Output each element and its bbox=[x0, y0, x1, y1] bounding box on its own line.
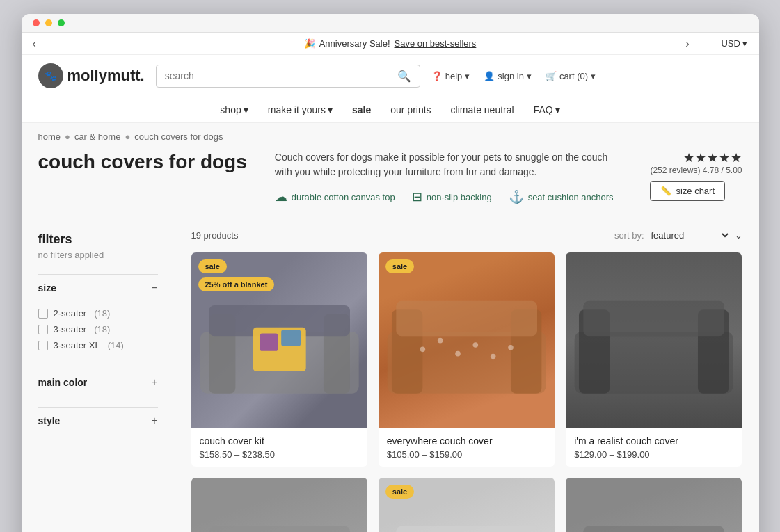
filter-size-toggle[interactable]: − bbox=[151, 282, 157, 294]
breadcrumb-car-home[interactable]: car & home bbox=[74, 131, 120, 142]
svg-point-13 bbox=[455, 351, 461, 357]
announcement-prev[interactable]: ‹ bbox=[33, 38, 36, 50]
category-description: Couch covers for dogs make it possible f… bbox=[275, 150, 623, 179]
announcement-emoji: 🎉 bbox=[304, 38, 315, 49]
product-image-5: sale bbox=[379, 478, 555, 532]
breadcrumb: home ● car & home ● couch covers for dog… bbox=[22, 123, 759, 150]
logo-icon: 🐾 bbox=[38, 63, 63, 88]
sort-control: sort by: featured price: low to high pri… bbox=[614, 229, 742, 241]
breadcrumb-current: couch covers for dogs bbox=[134, 131, 223, 142]
filter-color-toggle[interactable]: + bbox=[151, 376, 157, 389]
size-chart-button[interactable]: 📏 size chart bbox=[650, 181, 725, 201]
filter-style-toggle[interactable]: + bbox=[151, 414, 157, 427]
no-filters-text: no filters applied bbox=[38, 250, 158, 260]
product-image-realist bbox=[566, 252, 742, 428]
svg-rect-10 bbox=[396, 301, 537, 337]
product-info-everywhere: everywhere couch cover $105.00 – $159.00 bbox=[379, 428, 555, 467]
checkbox-3seater-xl[interactable] bbox=[38, 341, 48, 350]
search-bar[interactable]: 🔍 bbox=[156, 65, 420, 88]
browser-chrome bbox=[22, 14, 759, 33]
filter-option-3seater[interactable]: 3-seater (18) bbox=[38, 321, 158, 337]
sort-select[interactable]: featured price: low to high price: high … bbox=[648, 229, 731, 241]
search-input[interactable] bbox=[165, 70, 392, 81]
svg-point-11 bbox=[420, 347, 425, 353]
breadcrumb-home[interactable]: home bbox=[38, 131, 61, 142]
signin-button[interactable]: 👤 sign in ▾ bbox=[484, 71, 532, 81]
category-header: couch covers for dogs Couch covers for d… bbox=[22, 150, 759, 218]
announcement-link[interactable]: Save on best-sellers bbox=[395, 38, 477, 49]
sale-badge: sale bbox=[385, 485, 414, 499]
nav-sale[interactable]: sale bbox=[352, 104, 371, 115]
checkbox-3seater[interactable] bbox=[38, 325, 48, 334]
logo-text: mollymutt. bbox=[67, 67, 145, 85]
products-toolbar: 19 products sort by: featured price: low… bbox=[191, 229, 742, 241]
svg-point-12 bbox=[438, 338, 443, 344]
feature-anchors: ⚓ seat cushion anchors bbox=[509, 189, 614, 204]
svg-rect-5 bbox=[260, 334, 277, 351]
promo-badge: 25% off a blanket bbox=[198, 277, 275, 291]
product-name: everywhere couch cover bbox=[387, 435, 546, 446]
filters-title: filters bbox=[38, 232, 158, 247]
products-count: 19 products bbox=[191, 230, 239, 241]
product-card-4[interactable] bbox=[191, 478, 367, 532]
currency-selector[interactable]: USD ▾ bbox=[721, 38, 747, 49]
nav-climate-neutral[interactable]: climate neutral bbox=[451, 104, 514, 115]
filter-option-3seater-xl[interactable]: 3-seater XL (14) bbox=[38, 337, 158, 353]
help-dropdown-icon: ▾ bbox=[465, 71, 470, 81]
svg-rect-20 bbox=[583, 301, 724, 337]
filter-group-color-header[interactable]: main color + bbox=[38, 369, 158, 396]
product-image-svg bbox=[566, 252, 742, 428]
rating-text: (252 reviews) 4.78 / 5.00 bbox=[650, 166, 742, 175]
minimize-dot[interactable] bbox=[45, 19, 52, 26]
sort-label: sort by: bbox=[614, 230, 644, 241]
rating-section: ★★★★★ (252 reviews) 4.78 / 5.00 📏 size c… bbox=[650, 150, 742, 201]
product-image-6 bbox=[566, 478, 742, 532]
svg-point-14 bbox=[472, 342, 478, 348]
announcement-content: 🎉 Anniversary Sale! Save on best-sellers bbox=[304, 38, 477, 49]
product-info-realist: i'm a realist couch cover $129.00 – $199… bbox=[566, 428, 742, 467]
header: 🐾 mollymutt. 🔍 ❓ help ▾ 👤 sign in ▾ 🛒 ca… bbox=[22, 55, 759, 97]
cart-button[interactable]: 🛒 cart (0) ▾ bbox=[546, 71, 596, 81]
products-grid: sale 25% off a blanket bbox=[191, 252, 742, 532]
close-dot[interactable] bbox=[33, 19, 40, 26]
anchor-icon: ⚓ bbox=[509, 189, 524, 204]
product-card-couch-cover-kit[interactable]: sale 25% off a blanket bbox=[191, 252, 367, 467]
product-card-realist[interactable]: i'm a realist couch cover $129.00 – $199… bbox=[566, 252, 742, 467]
user-icon: 👤 bbox=[484, 71, 495, 81]
browser-window: ‹ 🎉 Anniversary Sale! Save on best-selle… bbox=[22, 14, 759, 532]
filter-group-style-header[interactable]: style + bbox=[38, 407, 158, 434]
chevron-down-icon: ▾ bbox=[244, 104, 248, 115]
search-icon[interactable]: 🔍 bbox=[397, 70, 411, 83]
sort-chevron-icon: ⌄ bbox=[735, 230, 742, 241]
nav-faq[interactable]: FAQ ▾ bbox=[534, 104, 560, 115]
filter-group-size: size − 2-seater (18) 3-seater (18) bbox=[38, 274, 158, 357]
checkbox-2seater[interactable] bbox=[38, 309, 48, 319]
nav-our-prints[interactable]: our prints bbox=[390, 104, 431, 115]
nav-shop[interactable]: shop ▾ bbox=[220, 104, 248, 115]
product-image-svg bbox=[566, 478, 742, 532]
maximize-dot[interactable] bbox=[58, 19, 65, 26]
svg-point-16 bbox=[508, 345, 514, 350]
main-content: home ● car & home ● couch covers for dog… bbox=[22, 123, 759, 532]
filter-group-size-header[interactable]: size − bbox=[38, 274, 158, 301]
announcement-next[interactable]: › bbox=[685, 38, 689, 50]
product-card-everywhere[interactable]: sale bbox=[379, 252, 555, 467]
product-card-5[interactable]: sale bbox=[379, 478, 555, 532]
nav-make-it-yours[interactable]: make it yours ▾ bbox=[268, 104, 333, 115]
category-title: couch covers for dogs bbox=[38, 150, 247, 174]
chevron-down-icon: ▾ bbox=[328, 104, 333, 115]
svg-point-15 bbox=[491, 354, 496, 360]
product-price: $129.00 – $199.00 bbox=[574, 449, 733, 460]
product-image-everywhere: sale bbox=[379, 252, 555, 428]
cart-icon: 🛒 bbox=[546, 71, 557, 81]
logo[interactable]: 🐾 mollymutt. bbox=[38, 63, 145, 88]
filter-option-2seater[interactable]: 2-seater (18) bbox=[38, 305, 158, 321]
product-card-6[interactable] bbox=[566, 478, 742, 532]
product-info-couch-cover-kit: couch cover kit $158.50 – $238.50 bbox=[191, 428, 367, 467]
breadcrumb-sep: ● bbox=[65, 131, 70, 142]
help-icon: ❓ bbox=[431, 71, 443, 81]
announcement-text: Anniversary Sale! bbox=[319, 38, 390, 49]
breadcrumb-sep: ● bbox=[125, 131, 130, 142]
svg-rect-28 bbox=[396, 526, 537, 532]
help-button[interactable]: ❓ help ▾ bbox=[431, 71, 470, 81]
